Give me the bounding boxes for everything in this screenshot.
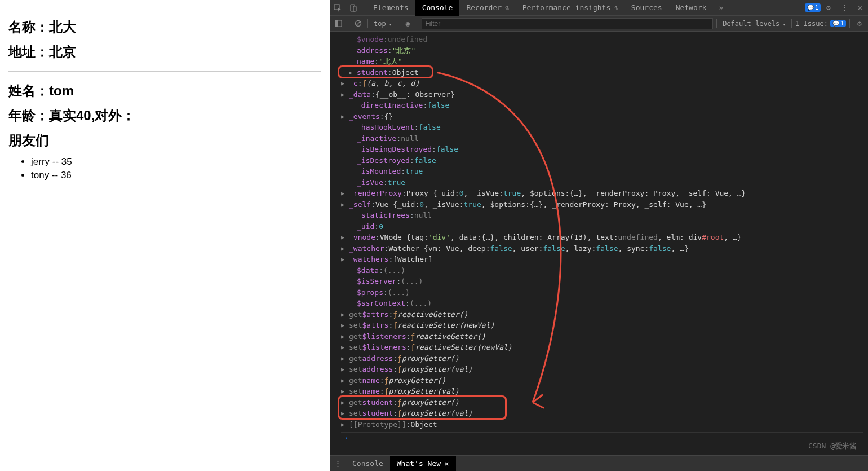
svg-rect-4	[335, 20, 338, 27]
expand-triangle-icon[interactable]: ▶	[341, 188, 347, 199]
expand-triangle-icon[interactable]: ▶	[341, 364, 347, 375]
console-row[interactable]: ▶_data: {__ob__: Observer}	[341, 89, 863, 100]
drawer-tab-whatsnew[interactable]: What's New×	[390, 456, 456, 472]
console-row[interactable]: ▶_self: Vue {_uid: 0, _isVue: true, $opt…	[341, 199, 863, 210]
expand-triangle-icon[interactable]: ▶	[341, 254, 347, 265]
expand-triangle-icon[interactable]: ▶	[341, 309, 347, 320]
console-badge[interactable]: 💬1	[805, 3, 821, 12]
console-row[interactable]: ▶address: "北京"	[341, 45, 863, 56]
tab-console[interactable]: Console	[415, 0, 460, 16]
console-row[interactable]: ▶$vnode: undefined	[341, 34, 863, 45]
toggle-sidebar-icon[interactable]	[332, 17, 344, 30]
close-icon[interactable]: ×	[444, 459, 449, 468]
console-row[interactable]: ▶get student: ƒ proxyGetter()	[341, 397, 863, 408]
expand-triangle-icon[interactable]: ▶	[341, 419, 347, 430]
expand-triangle-icon[interactable]: ▶	[341, 243, 347, 254]
console-row[interactable]: ▶_events: {}	[341, 111, 863, 122]
console-row[interactable]: ▶_isBeingDestroyed: false	[341, 144, 863, 155]
log-levels-selector[interactable]: Default levels	[720, 20, 788, 28]
more-tabs-icon[interactable]: »	[713, 0, 729, 16]
friends-list: jerry -- 35 tony -- 36	[31, 156, 321, 181]
console-row[interactable]: ▶get $listeners: ƒ reactiveGetter()	[341, 331, 863, 342]
watermark: CSDN @爱米酱	[808, 441, 857, 451]
console-row[interactable]: ▶set student: ƒ proxySetter(val)	[341, 408, 863, 419]
console-row[interactable]: ▶set address: ƒ proxySetter(val)	[341, 364, 863, 375]
console-row[interactable]: ▶[[Prototype]]: Object	[341, 419, 863, 430]
tab-network[interactable]: Network	[669, 0, 714, 16]
console-row[interactable]: ▶get address: ƒ proxyGetter()	[341, 353, 863, 364]
svg-line-6	[356, 21, 360, 25]
console-row[interactable]: ▶$data: (...)	[341, 265, 863, 276]
expand-triangle-icon[interactable]: ▶	[341, 397, 347, 408]
student-name: 姓名：tom	[8, 82, 321, 100]
friends-heading: 朋友们	[8, 131, 321, 149]
console-row[interactable]: ▶_c: ƒ (a, b, c, d)	[341, 78, 863, 89]
live-expression-icon[interactable]: ◉	[402, 17, 414, 30]
student-age: 年龄：真实40,对外：	[8, 107, 321, 125]
expand-triangle-icon[interactable]: ▶	[341, 408, 347, 419]
svg-rect-2	[353, 6, 356, 11]
page-content: 名称：北大 地址：北京 姓名：tom 年龄：真实40,对外： 朋友们 jerry…	[0, 0, 330, 471]
console-row[interactable]: ▶_watcher: Watcher {vm: Vue, deep: false…	[341, 243, 863, 254]
expand-triangle-icon[interactable]: ▶	[341, 232, 347, 243]
tab-elements[interactable]: Elements	[366, 0, 415, 16]
tab-sources[interactable]: Sources	[625, 0, 669, 16]
console-row[interactable]: ▶_uid: 0	[341, 221, 863, 232]
expand-triangle-icon[interactable]: ▶	[341, 342, 347, 353]
expand-triangle-icon[interactable]: ▶	[341, 375, 347, 386]
device-toggle-icon[interactable]	[346, 0, 361, 16]
flask-icon: ⚗	[614, 4, 618, 11]
console-row[interactable]: ▶student: Object	[341, 67, 863, 78]
console-row[interactable]: ▶_vnode: VNode {tag: 'div', data: {…}, c…	[341, 232, 863, 243]
expand-triangle-icon[interactable]: ▶	[341, 320, 347, 331]
list-item: tony -- 36	[31, 170, 321, 181]
expand-triangle-icon[interactable]: ▶	[341, 89, 347, 100]
list-item: jerry -- 35	[31, 156, 321, 168]
expand-triangle-icon[interactable]: ▶	[349, 67, 355, 78]
console-row[interactable]: ▶_isMounted: true	[341, 166, 863, 177]
console-row[interactable]: ▶_renderProxy: Proxy {_uid: 0, _isVue: t…	[341, 188, 863, 199]
tab-performance-insights[interactable]: Performance insights⚗	[516, 0, 625, 16]
school-address: 地址：北京	[8, 43, 321, 61]
console-row[interactable]: ▶$isServer: (...)	[341, 276, 863, 287]
clear-console-icon[interactable]	[352, 17, 364, 30]
console-row[interactable]: ▶get $attrs: ƒ reactiveGetter()	[341, 309, 863, 320]
console-row[interactable]: ▶_inactive: null	[341, 133, 863, 144]
expand-triangle-icon[interactable]: ▶	[341, 111, 347, 122]
context-selector[interactable]: top	[371, 20, 395, 28]
console-prompt[interactable]: ›	[341, 432, 863, 444]
console-output[interactable]: ▶$vnode: undefined▶address: "北京"▶name: "…	[330, 32, 868, 455]
console-row[interactable]: ▶_directInactive: false	[341, 100, 863, 111]
console-row[interactable]: ▶name: "北大"	[341, 56, 863, 67]
devtools-main-tabs: Elements Console Recorder⚗ Performance i…	[330, 0, 868, 16]
console-row[interactable]: ▶$ssrContext: (...)	[341, 298, 863, 309]
filter-input[interactable]	[422, 18, 714, 29]
drawer-menu-icon[interactable]: ⋮	[330, 459, 346, 468]
issues-indicator[interactable]: 1 Issue:💬1	[795, 20, 846, 28]
console-row[interactable]: ▶_staticTrees: null	[341, 210, 863, 221]
console-row[interactable]: ▶_isVue: true	[341, 177, 863, 188]
kebab-menu-icon[interactable]: ⋮	[836, 0, 852, 16]
console-row[interactable]: ▶$props: (...)	[341, 287, 863, 298]
close-devtools-icon[interactable]: ✕	[852, 0, 868, 16]
console-row[interactable]: ▶_hasHookEvent: false	[341, 122, 863, 133]
expand-triangle-icon[interactable]: ▶	[341, 386, 347, 397]
devtools-drawer-tabs: ⋮ Console What's New×	[330, 455, 868, 471]
console-row[interactable]: ▶get name: ƒ proxyGetter()	[341, 375, 863, 386]
settings-icon[interactable]: ⚙	[821, 0, 836, 16]
console-row[interactable]: ▶_watchers: [Watcher]	[341, 254, 863, 265]
console-row[interactable]: ▶set name: ƒ proxySetter(val)	[341, 386, 863, 397]
console-toolbar: top ◉ Default levels 1 Issue:💬1 ⚙	[330, 16, 868, 32]
tab-recorder[interactable]: Recorder⚗	[459, 0, 515, 16]
expand-triangle-icon[interactable]: ▶	[341, 78, 347, 89]
console-row[interactable]: ▶_isDestroyed: false	[341, 155, 863, 166]
console-settings-icon[interactable]: ⚙	[853, 17, 866, 30]
expand-triangle-icon[interactable]: ▶	[341, 199, 347, 210]
expand-triangle-icon[interactable]: ▶	[341, 331, 347, 342]
drawer-tab-console[interactable]: Console	[346, 456, 390, 472]
console-row[interactable]: ▶set $listeners: ƒ reactiveSetter(newVal…	[341, 342, 863, 353]
inspect-icon[interactable]	[330, 0, 346, 16]
expand-triangle-icon[interactable]: ▶	[341, 353, 347, 364]
devtools-panel: Elements Console Recorder⚗ Performance i…	[330, 0, 868, 471]
console-row[interactable]: ▶set $attrs: ƒ reactiveSetter(newVal)	[341, 320, 863, 331]
